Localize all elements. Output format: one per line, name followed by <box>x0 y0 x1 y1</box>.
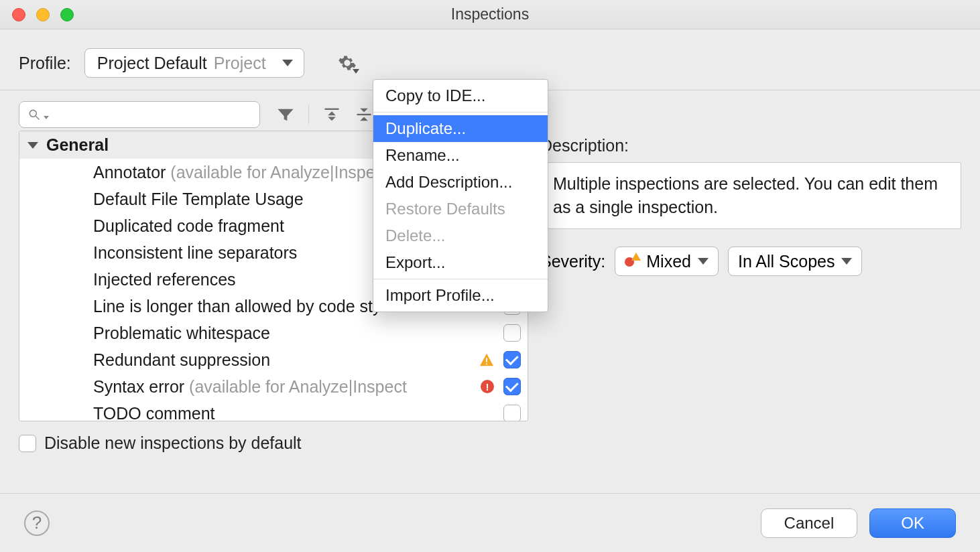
disable-label: Disable new inspections by default <box>44 433 302 453</box>
menu-item-restore-defaults[interactable]: Restore Defaults <box>373 196 548 222</box>
row-checkbox[interactable] <box>503 351 521 368</box>
footer: ? Cancel OK <box>0 493 980 552</box>
chevron-down-icon <box>282 60 293 66</box>
scope-select[interactable]: In All Scopes <box>728 247 863 276</box>
row-checkbox[interactable] <box>503 405 521 421</box>
svg-point-0 <box>29 110 36 117</box>
separator <box>373 279 548 279</box>
profile-value: Project Default <box>97 54 207 73</box>
menu-item-delete[interactable]: Delete... <box>373 222 548 249</box>
expand-all-icon[interactable] <box>322 107 341 123</box>
disable-new-inspections-row[interactable]: Disable new inspections by default <box>19 433 528 453</box>
row-checkbox[interactable] <box>503 324 521 342</box>
error-icon: ! <box>481 380 494 393</box>
description-box: Multiple inspections are selected. You c… <box>540 162 961 229</box>
chevron-down-icon <box>841 258 852 265</box>
profile-row: Profile: Project Default Project <box>19 48 961 78</box>
settings-gear-button[interactable] <box>338 54 357 72</box>
svg-rect-4 <box>486 358 487 362</box>
mixed-severity-icon <box>625 254 639 269</box>
description-label: Description: <box>540 136 961 155</box>
search-history-icon <box>44 116 49 119</box>
menu-item-add-description[interactable]: Add Description... <box>373 169 548 196</box>
row-hint: (available for Analyze|Inspect <box>184 377 407 396</box>
minimize-window-icon[interactable] <box>36 8 50 21</box>
tree-row[interactable]: Problematic whitespace <box>19 320 528 346</box>
cancel-button[interactable]: Cancel <box>761 508 858 538</box>
row-checkbox[interactable] <box>503 378 521 395</box>
disable-checkbox[interactable] <box>19 435 36 452</box>
help-button[interactable]: ? <box>24 510 50 536</box>
severity-select[interactable]: Mixed <box>615 247 719 276</box>
gear-popup-menu: Copy to IDE... Duplicate... Rename... Ad… <box>373 79 548 312</box>
collapse-all-icon[interactable] <box>355 107 373 123</box>
severity-label: Severity: <box>540 252 605 271</box>
row-label: TODO comment <box>93 404 501 422</box>
search-field[interactable] <box>53 107 251 123</box>
ok-button[interactable]: OK <box>869 508 956 538</box>
svg-rect-5 <box>486 364 487 365</box>
menu-item-export[interactable]: Export... <box>373 249 548 276</box>
tree-row[interactable]: Syntax error (available for Analyze|Insp… <box>19 373 528 400</box>
menu-item-rename[interactable]: Rename... <box>373 142 548 169</box>
chevron-down-icon <box>698 258 709 265</box>
chevron-down-icon <box>27 142 38 149</box>
row-label: Problematic whitespace <box>93 324 501 343</box>
profile-scope: Project <box>214 54 266 73</box>
search-icon <box>27 108 41 121</box>
menu-item-import-profile[interactable]: Import Profile... <box>373 282 548 309</box>
profile-label: Profile: <box>19 54 71 73</box>
warning-icon <box>479 352 494 367</box>
svg-rect-3 <box>357 114 371 115</box>
zoom-window-icon[interactable] <box>60 8 74 21</box>
tree-row[interactable]: Redundant suppression <box>19 346 528 373</box>
scope-value: In All Scopes <box>738 252 835 271</box>
menu-item-duplicate[interactable]: Duplicate... <box>373 115 548 142</box>
separator <box>308 105 309 124</box>
profile-select[interactable]: Project Default Project <box>84 48 304 78</box>
separator <box>373 112 548 113</box>
window-title: Inspections <box>0 5 980 23</box>
tree-row[interactable]: TODO comment <box>19 400 528 421</box>
row-label: Annotator <box>93 163 166 182</box>
row-label: Redundant suppression <box>93 350 479 370</box>
severity-value: Mixed <box>646 252 691 271</box>
svg-rect-2 <box>325 109 339 110</box>
menu-item-copy-to-ide[interactable]: Copy to IDE... <box>373 82 548 109</box>
window-controls <box>12 8 74 21</box>
filter-icon[interactable] <box>276 107 295 123</box>
titlebar: Inspections <box>0 0 980 29</box>
svg-line-1 <box>36 117 40 120</box>
dropdown-corner-icon <box>353 69 359 74</box>
group-label: General <box>46 135 109 155</box>
search-input[interactable] <box>19 101 260 128</box>
row-label: Syntax error <box>93 377 184 396</box>
close-window-icon[interactable] <box>12 8 25 21</box>
